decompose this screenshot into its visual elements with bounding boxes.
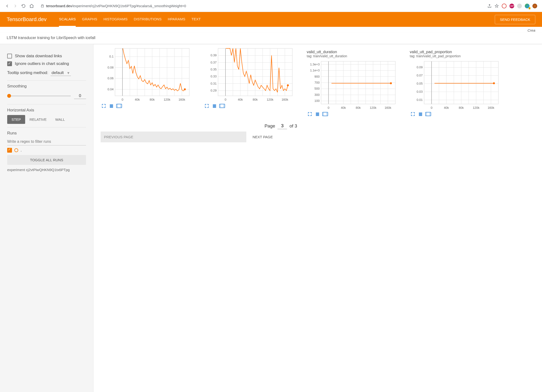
svg-text:120k: 120k	[164, 98, 171, 101]
page-input[interactable]	[277, 123, 287, 129]
run-name: .	[21, 148, 22, 152]
lines-icon[interactable]	[211, 103, 218, 109]
svg-rect-127	[426, 112, 431, 116]
forward-icon[interactable]	[13, 4, 18, 8]
chart: valid_utt_durationtag: train/valid_utt_d…	[307, 50, 400, 117]
chart-tag: tag: train/valid_utt_duration	[307, 54, 400, 58]
axis-wall-button[interactable]: WALL	[51, 115, 69, 124]
chart-svg[interactable]: 0.290.310.330.350.370.39040k80k120k160k	[204, 46, 295, 102]
tab-distributions[interactable]: DISTRIBUTIONS	[134, 12, 161, 27]
svg-text:0.03: 0.03	[417, 90, 423, 93]
lines-icon[interactable]	[314, 111, 321, 117]
share-icon[interactable]	[487, 4, 492, 8]
ublock-icon[interactable]	[502, 4, 507, 8]
expand-icon[interactable]	[307, 111, 313, 117]
svg-point-99	[327, 115, 327, 115]
url-host: tensorboard.dev	[46, 4, 72, 8]
expand-icon[interactable]	[101, 103, 107, 109]
tab-graphs[interactable]: GRAPHS	[82, 12, 97, 27]
app-logo[interactable]: TensorBoard.dev	[7, 16, 46, 23]
svg-text:40k: 40k	[135, 98, 140, 101]
created-label: Crea	[0, 27, 542, 32]
runs-filter-input[interactable]	[7, 138, 86, 145]
svg-text:700: 700	[314, 81, 320, 84]
smoothing-slider[interactable]	[7, 96, 71, 96]
svg-text:80k: 80k	[459, 106, 464, 110]
slider-thumb[interactable]	[7, 94, 11, 98]
ignore-outliers-checkbox[interactable]	[7, 61, 12, 66]
back-icon[interactable]	[5, 4, 10, 8]
svg-point-61	[224, 105, 224, 105]
svg-text:900: 900	[314, 75, 320, 78]
app-header: TensorBoard.dev SCALARSGRAPHSHISTOGRAMSD…	[0, 12, 542, 27]
lines-icon[interactable]	[417, 111, 424, 117]
runs-label: Runs	[7, 131, 86, 136]
cookie-icon[interactable]	[532, 4, 537, 8]
chart: 0.040.060.080.1040k80k120k160k	[101, 46, 194, 109]
svg-text:120k: 120k	[370, 106, 377, 110]
lock-icon	[41, 4, 44, 8]
svg-text:40k: 40k	[341, 106, 346, 110]
svg-text:0: 0	[225, 98, 226, 101]
lines-icon[interactable]	[108, 103, 115, 109]
tab-hparams[interactable]: HPARAMS	[168, 12, 185, 27]
svg-text:40k: 40k	[238, 98, 243, 101]
chart: 0.290.310.330.350.370.39040k80k120k160k	[204, 46, 297, 109]
fit-icon[interactable]	[425, 111, 431, 117]
svg-point-26	[117, 105, 118, 105]
browser-actions: ABP 1	[487, 4, 537, 8]
extension-icon[interactable]	[517, 4, 522, 8]
tooltip-sort-select[interactable]: default	[51, 70, 71, 76]
chart: valid_utt_pad_proportiontag: train/valid…	[410, 50, 503, 117]
chart-svg[interactable]: 1003005007009001.1e+31.3e+3040k80k120k16…	[307, 59, 398, 110]
tab-text[interactable]: TEXT	[191, 12, 201, 27]
tooltip-sort-label: Tooltip sorting method:	[7, 70, 48, 75]
page-label-post: of 3	[289, 123, 297, 129]
svg-point-62	[220, 106, 221, 107]
chart-svg[interactable]: 0.010.030.050.070.09040k80k120k160k	[410, 59, 501, 110]
svg-text:160k: 160k	[282, 98, 288, 101]
axis-relative-button[interactable]: RELATIVE	[25, 115, 51, 124]
experiment-id: experiment cj2vtPiwQHKN9Q1tx6PTpg	[7, 165, 86, 175]
svg-text:1.1e+3: 1.1e+3	[310, 69, 320, 72]
fit-icon[interactable]	[116, 103, 122, 109]
expand-icon[interactable]	[410, 111, 416, 117]
fit-icon[interactable]	[322, 111, 328, 117]
fit-icon[interactable]	[219, 103, 225, 109]
svg-text:0.35: 0.35	[211, 68, 217, 71]
address-bar[interactable]: tensorboard.dev/experiment/cj2vtPiwQHKN9…	[37, 2, 484, 9]
svg-text:0.08: 0.08	[108, 66, 114, 69]
extension2-icon[interactable]: 1	[525, 4, 530, 8]
svg-text:0.31: 0.31	[211, 82, 217, 85]
previous-page-button[interactable]: PREVIOUS PAGE	[101, 132, 246, 142]
nav-tabs: SCALARSGRAPHSHISTOGRAMSDISTRIBUTIONSHPAR…	[59, 12, 495, 27]
home-icon[interactable]	[29, 4, 34, 8]
tab-scalars[interactable]: SCALARS	[59, 12, 76, 27]
svg-text:0: 0	[431, 106, 432, 110]
expand-icon[interactable]	[204, 103, 210, 109]
axis-step-button[interactable]: STEP	[7, 115, 25, 124]
smoothing-value[interactable]: 0	[74, 93, 86, 99]
svg-text:120k: 120k	[473, 106, 480, 110]
svg-point-82	[390, 82, 392, 84]
svg-text:0.29: 0.29	[211, 89, 217, 92]
send-feedback-button[interactable]: SEND FEEDBACK	[495, 15, 535, 24]
star-icon[interactable]	[495, 4, 499, 8]
svg-text:0.37: 0.37	[211, 61, 217, 64]
svg-point-98	[323, 115, 324, 115]
tab-histograms[interactable]: HISTOGRAMS	[104, 12, 128, 27]
svg-text:0.1: 0.1	[109, 55, 114, 58]
svg-text:1.3e+3: 1.3e+3	[310, 63, 320, 66]
svg-point-96	[323, 113, 324, 114]
abp-icon[interactable]: ABP	[509, 4, 514, 8]
next-page-button[interactable]: NEXT PAGE	[249, 132, 297, 142]
svg-text:0.09: 0.09	[417, 65, 423, 69]
show-download-checkbox[interactable]	[7, 54, 12, 58]
chart-svg[interactable]: 0.040.060.080.1040k80k120k160k	[101, 46, 192, 102]
svg-point-29	[121, 106, 121, 107]
svg-text:80k: 80k	[356, 106, 361, 110]
reload-icon[interactable]	[21, 4, 26, 8]
toggle-all-runs-button[interactable]: TOGGLE ALL RUNS	[7, 155, 86, 165]
svg-point-128	[426, 113, 427, 114]
run-checkbox[interactable]	[7, 148, 12, 153]
